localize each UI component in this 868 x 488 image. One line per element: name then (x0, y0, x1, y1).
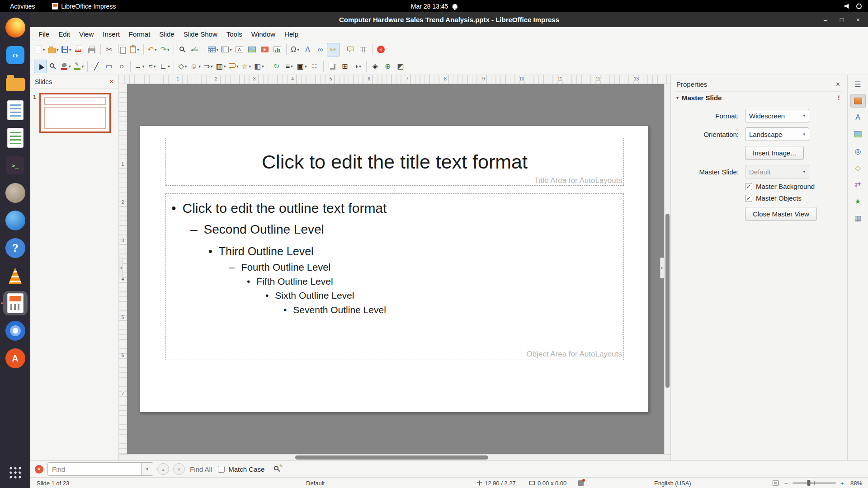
save-dropdown-arrow[interactable]: ▾ (69, 47, 71, 52)
insert-hyperlink-button[interactable]: ∞ (314, 43, 327, 56)
outline-level-4[interactable]: –Fourth Outline Level (166, 261, 623, 274)
menu-window[interactable]: Window (247, 29, 280, 39)
outline-level-6[interactable]: •Sixth Outline Level (166, 289, 623, 301)
zoom-slider[interactable] (793, 482, 836, 483)
rotate-button[interactable]: ↻ (270, 60, 283, 73)
help-icon[interactable]: ? (3, 236, 28, 260)
menu-view[interactable]: View (75, 29, 98, 39)
line-color-dropdown-arrow[interactable]: ▾ (82, 64, 84, 69)
zoom-percent[interactable]: 88% (850, 479, 862, 486)
curves-and-polygons-button[interactable]: ≈▾ (146, 60, 159, 73)
cut-button[interactable]: ✂ (103, 43, 116, 56)
find-previous-button[interactable]: ▴ (157, 463, 169, 475)
connectors-dropdown-arrow[interactable]: ▾ (168, 64, 170, 69)
master-slide-section-header[interactable]: ▾ Master Slide ⋮ (676, 91, 842, 104)
edit-points-button[interactable]: ◈ (369, 60, 382, 73)
find-input[interactable] (47, 462, 142, 476)
symbol-shapes-button[interactable]: ☺▾ (189, 60, 202, 73)
menu-slide-show[interactable]: Slide Show (179, 29, 222, 39)
close-slides-panel-icon[interactable]: ✕ (109, 78, 114, 85)
new-document-dropdown-arrow[interactable]: ▾ (43, 47, 45, 52)
open-button[interactable]: ▾ (47, 43, 60, 56)
zoom-in-button[interactable]: + (840, 479, 844, 486)
block-arrows-dropdown-arrow[interactable]: ▾ (211, 64, 213, 69)
sidebar-tab-gallery[interactable] (850, 127, 866, 141)
zoom-fit-button[interactable] (773, 480, 778, 485)
insert-comment-button[interactable] (344, 43, 357, 56)
close-master-view-button[interactable]: Close Master View (745, 207, 817, 221)
flowchart-dropdown-arrow[interactable]: ▾ (224, 64, 226, 69)
fill-color-dropdown-arrow[interactable]: ▾ (69, 64, 71, 69)
libreoffice-writer-icon[interactable] (3, 98, 28, 122)
connectors-button[interactable]: ∟▾ (159, 60, 171, 73)
master-slide-select[interactable]: Default ▾ (745, 165, 809, 178)
status-slide-info[interactable]: Slide 1 of 23 (37, 479, 69, 486)
insert-chart-button[interactable] (271, 43, 284, 56)
close-find-bar-icon[interactable]: ✕ (35, 465, 43, 474)
redo-button[interactable]: ↷▾ (159, 43, 171, 56)
insert-table-dropdown-arrow[interactable]: ▾ (217, 47, 219, 52)
insert-media-button[interactable] (259, 43, 271, 56)
vlc-icon[interactable] (3, 263, 28, 288)
basic-shapes-button[interactable]: ◇▾ (176, 60, 189, 73)
find-all-button[interactable]: Find All (190, 465, 212, 473)
vscode-icon[interactable]: ‹› (3, 43, 28, 67)
menu-insert[interactable]: Insert (98, 29, 124, 39)
lines-and-arrows-dropdown-arrow[interactable]: ▾ (142, 64, 145, 69)
stars-and-banners-button[interactable]: ☆▾ (240, 60, 253, 73)
window-titlebar[interactable]: Computer Hardware Sales Trend Analysis.p… (30, 12, 868, 27)
redo-dropdown-arrow[interactable]: ▾ (167, 47, 170, 52)
save-button[interactable]: ▾ (60, 43, 73, 56)
maximize-button[interactable]: □ (837, 15, 846, 24)
slide-thumbnail[interactable] (39, 93, 111, 133)
fill-color-button[interactable]: ▾ (59, 60, 72, 73)
symbol-shapes-dropdown-arrow[interactable]: ▾ (198, 64, 201, 69)
sidebar-tab-shapes[interactable]: ◇ (850, 161, 866, 174)
menu-tools[interactable]: Tools (222, 29, 247, 39)
object-placeholder[interactable]: •Click to edit the outline text format–S… (165, 193, 624, 360)
close-document-button[interactable] (375, 43, 387, 56)
left-panel-splitter[interactable]: ◂ (119, 258, 123, 278)
shadow-button[interactable] (326, 60, 339, 73)
arrange-button[interactable]: ▣▾ (296, 60, 308, 73)
insert-image-button[interactable] (246, 43, 259, 56)
display-views-dropdown-arrow[interactable]: ▾ (230, 47, 232, 52)
crop-image-button[interactable]: ⊞ (339, 60, 351, 73)
insert-special-character-dropdown-arrow[interactable]: ▾ (297, 47, 299, 52)
libreoffice-impress-icon[interactable] (3, 291, 28, 315)
ellipse-button[interactable]: ○ (115, 60, 128, 73)
insert-special-character-button[interactable]: Ω▾ (289, 43, 302, 56)
status-save-state[interactable] (578, 480, 584, 486)
terminal-icon[interactable]: >_ (3, 153, 28, 178)
show-grid-button[interactable] (357, 43, 370, 56)
minimize-button[interactable]: – (821, 15, 830, 24)
slide-list-item[interactable]: 1 (33, 93, 117, 133)
paste-button[interactable]: ▾ (128, 43, 141, 56)
vertical-scrollbar[interactable] (664, 84, 670, 454)
ubuntu-software-icon[interactable]: A (3, 346, 28, 371)
outline-level-7[interactable]: •Seventh Outline Level (166, 304, 623, 316)
close-button[interactable]: × (854, 15, 863, 24)
3d-objects-dropdown-arrow[interactable]: ▾ (262, 64, 264, 69)
outline-level-2[interactable]: –Second Outline Level (166, 221, 623, 238)
curves-and-polygons-dropdown-arrow[interactable]: ▾ (154, 64, 156, 69)
chromium-icon[interactable] (3, 319, 28, 343)
undo-button[interactable]: ↶▾ (146, 43, 159, 56)
sidebar-tab-properties[interactable] (850, 94, 866, 108)
copy-button[interactable] (116, 43, 128, 56)
outline-level-1[interactable]: •Click to edit the outline text format (166, 199, 623, 217)
master-background-checkbox[interactable]: ✓ Master Background (745, 183, 842, 190)
horizontal-scrollbar-thumb[interactable] (295, 455, 488, 460)
insert-textbox-button[interactable] (233, 43, 246, 56)
activities-button[interactable]: Activities (5, 2, 40, 11)
stars-and-banners-dropdown-arrow[interactable]: ▾ (249, 64, 251, 69)
outline-level-5[interactable]: •Fifth Outline Level (166, 275, 623, 287)
callout-shapes-button[interactable]: ▾ (227, 60, 240, 73)
lines-and-arrows-button[interactable]: →▾ (133, 60, 146, 73)
callout-shapes-dropdown-arrow[interactable]: ▾ (236, 64, 239, 69)
menu-help[interactable]: Help (280, 29, 303, 39)
toggle-extrusion-button[interactable]: ◩ (394, 60, 407, 73)
3d-objects-button[interactable]: ◧▾ (253, 60, 265, 73)
status-language[interactable]: English (USA) (654, 479, 691, 486)
arrange-dropdown-arrow[interactable]: ▾ (305, 64, 307, 69)
